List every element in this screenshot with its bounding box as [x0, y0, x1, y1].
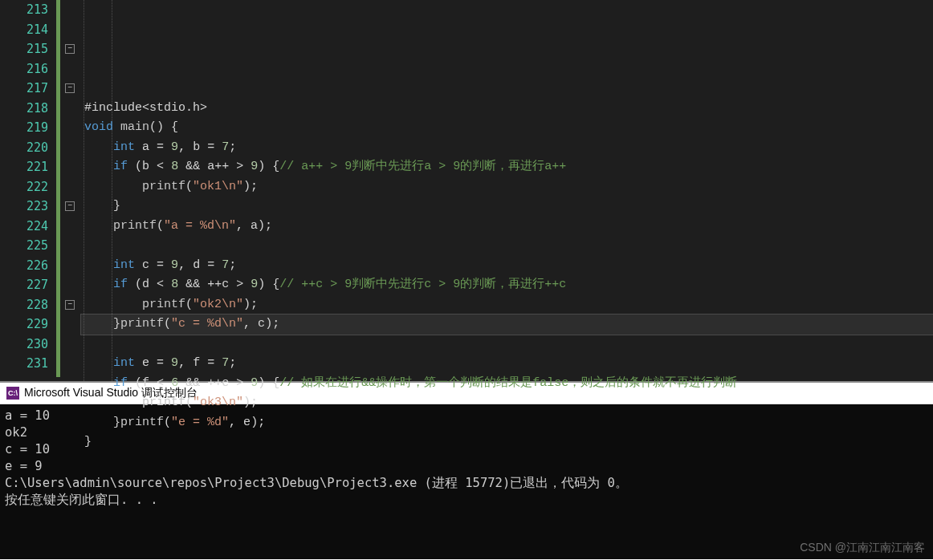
code-line[interactable]: #include<stdio.h>: [81, 99, 933, 119]
line-number: 217: [0, 79, 55, 99]
code-editor[interactable]: 2132142152162172182192202212222232242252…: [0, 0, 933, 381]
change-indicator-bar: [55, 0, 63, 381]
fold-toggle-icon[interactable]: −: [65, 44, 75, 54]
code-line[interactable]: printf("a = %d\n", a);: [81, 217, 933, 237]
change-marker: [56, 0, 60, 377]
code-line[interactable]: [81, 79, 933, 99]
code-line[interactable]: }: [81, 197, 933, 217]
fold-toggle-icon[interactable]: −: [65, 300, 75, 310]
line-number: 231: [0, 354, 55, 374]
line-number: 222: [0, 177, 55, 197]
line-number: 216: [0, 59, 55, 79]
fold-toggle-icon[interactable]: −: [65, 83, 75, 93]
line-number: 230: [0, 335, 55, 355]
fold-toggle-icon[interactable]: −: [65, 201, 75, 211]
code-line[interactable]: if (d < 8 && ++c > 9) {// ++c > 9判断中先进行c…: [81, 275, 933, 295]
line-number: 223: [0, 197, 55, 217]
line-number: 221: [0, 157, 55, 177]
code-line[interactable]: }printf("c = %d\n", c);: [81, 314, 933, 335]
code-line[interactable]: if (f < 6 && ++e > 9) {// 如果在进行&&操作时，第一个…: [81, 374, 933, 394]
code-line[interactable]: [81, 335, 933, 355]
line-number: 226: [0, 256, 55, 276]
watermark-text: CSDN @江南江南江南客: [800, 541, 925, 555]
code-line[interactable]: }: [81, 432, 933, 452]
line-number: 214: [0, 20, 55, 40]
line-number: 229: [0, 314, 55, 335]
line-number: 228: [0, 295, 55, 315]
line-number: 218: [0, 99, 55, 119]
line-number: 219: [0, 118, 55, 138]
code-line[interactable]: printf("ok1\n");: [81, 177, 933, 197]
code-line[interactable]: int e = 9, f = 7;: [81, 354, 933, 374]
vs-icon: C:\: [6, 387, 19, 400]
code-line[interactable]: [81, 236, 933, 256]
code-line[interactable]: printf("ok3\n");: [81, 393, 933, 413]
code-line[interactable]: }printf("e = %d", e);: [81, 413, 933, 433]
line-number: 215: [0, 39, 55, 59]
code-line[interactable]: printf("ok2\n");: [81, 295, 933, 315]
line-number: 225: [0, 236, 55, 256]
line-number: 220: [0, 138, 55, 158]
line-number: 213: [0, 0, 55, 20]
code-line[interactable]: int a = 9, b = 7;: [81, 138, 933, 158]
code-line[interactable]: void main() {: [81, 118, 933, 138]
line-number: 227: [0, 275, 55, 295]
code-area[interactable]: #include<stdio.h>void main() { int a = 9…: [81, 0, 933, 381]
code-line[interactable]: if (b < 8 && a++ > 9) {// a++ > 9判断中先进行a…: [81, 157, 933, 177]
line-number-gutter: 2132142152162172182192202212222232242252…: [0, 0, 55, 381]
line-number: 224: [0, 217, 55, 237]
code-line[interactable]: int c = 9, d = 7;: [81, 256, 933, 276]
fold-column[interactable]: −−−−: [63, 0, 81, 381]
